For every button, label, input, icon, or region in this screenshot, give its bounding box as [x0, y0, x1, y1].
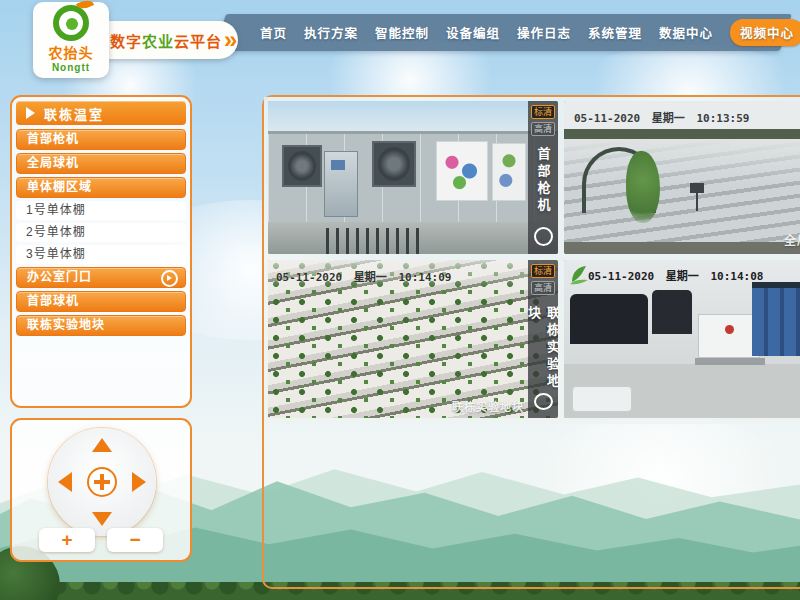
nav-item-smart-control[interactable]: 智能控制 [375, 23, 429, 42]
scene-vines [626, 151, 660, 223]
ptz-pad [48, 428, 156, 536]
scene-poster [492, 143, 526, 201]
logo-mark-icon [53, 5, 89, 41]
video-timestamp: 05-11-2020 星期一 10:13:59 [574, 109, 749, 125]
slogan-text: 数字农业云平台 [110, 30, 222, 51]
sidebar-header-greenhouse[interactable]: 联栋温室 [16, 101, 186, 125]
sidebar-item-experiment-plot[interactable]: 联栋实验地块 [16, 315, 186, 336]
scene-sky [268, 101, 558, 133]
sidebar-header-label: 联栋温室 [44, 104, 104, 123]
sidebar-item-shed-1[interactable]: 1号单体棚 [16, 201, 186, 220]
video-side-strip: 标清 高清 首部枪机 [528, 101, 558, 254]
ptz-up-button[interactable] [92, 438, 112, 452]
scene-soil [564, 242, 800, 254]
camera-list-panel: 联栋温室 首部枪机 全局球机 单体棚区域 1号单体棚 2号单体棚 3号单体棚 办… [10, 95, 192, 408]
sd-quality-badge[interactable]: 标清 [531, 105, 555, 119]
video-feed-experiment-plot[interactable]: 05-11-2020 星期一 10:14:09 联栋实验地块 标清 高清 联栋实… [268, 260, 558, 418]
video-timestamp: 05-11-2020 星期一 10:14:08 [588, 267, 763, 283]
scene-tank [652, 290, 692, 334]
scene-pump-units [752, 282, 800, 356]
scene-control-cabinet [324, 151, 358, 217]
scene-exhaust-fan [372, 141, 416, 187]
ptz-right-button[interactable] [132, 472, 146, 492]
zoom-out-button[interactable]: − [107, 528, 163, 552]
ptz-center-button[interactable] [87, 467, 117, 497]
scene-fertilizer-machine [698, 314, 760, 358]
sidebar-item-shed-2[interactable]: 2号单体棚 [16, 223, 186, 242]
sidebar-item-head-gun-camera[interactable]: 首部枪机 [16, 129, 186, 150]
record-circle-icon[interactable] [534, 393, 553, 410]
video-feed-fertilizer-station[interactable]: 05-11-2020 星期一 10:14:08 [564, 260, 800, 418]
sidebar-item-label: 1号单体棚 [26, 203, 86, 217]
slogan-part-3: 云平台 [174, 33, 222, 50]
slogan-part-2: 农业 [142, 33, 174, 50]
slogan-part-1: 数字 [110, 33, 142, 50]
sidebar-item-shed-3[interactable]: 3号单体棚 [16, 245, 186, 264]
ptz-down-button[interactable] [92, 512, 112, 526]
sd-quality-badge[interactable]: 标清 [531, 264, 555, 278]
scene-gate-railing [326, 228, 422, 254]
sidebar-item-label: 全局球机 [27, 156, 79, 170]
sidebar-item-global-dome-camera[interactable]: 全局球机 [16, 153, 186, 174]
brand-logo[interactable]: 农抬头 Nongtt [33, 2, 109, 78]
video-side-strip: 标清 高清 联栋实验地块 [528, 260, 558, 418]
nav-item-system-management[interactable]: 系统管理 [588, 23, 642, 42]
nav-row: 首页 执行方案 智能控制 设备编组 操作日志 系统管理 数据中心 视频中心 [220, 14, 786, 51]
record-circle-icon[interactable] [534, 227, 553, 246]
ptz-control-panel: + − [10, 418, 192, 562]
scene-tank [570, 294, 648, 344]
play-triangle-icon [26, 107, 35, 119]
sidebar-item-label: 单体棚区域 [27, 180, 92, 194]
video-grid-panel: 标清 高清 首部枪机 05-11-2020 星期一 10:13:59 全局球机 … [262, 95, 800, 589]
camera-name-label: 首部枪机 [534, 147, 553, 215]
video-feed-head-gun-camera[interactable]: 标清 高清 首部枪机 [268, 101, 558, 254]
camera-watermark: 全局球机 [784, 231, 800, 248]
ptz-zoom-row: + − [12, 528, 190, 552]
camera-watermark: 联栋实验地块 [452, 398, 524, 414]
hd-quality-badge[interactable]: 高清 [531, 122, 555, 136]
sidebar-item-label: 3号单体棚 [26, 247, 86, 261]
video-timestamp: 05-11-2020 星期一 10:14:09 [276, 268, 451, 284]
camera-name-label: 联栋实验地块 [524, 306, 558, 393]
sidebar-item-label: 2号单体棚 [26, 225, 86, 239]
sidebar-item-label: 首部枪机 [27, 132, 79, 146]
sidebar-item-label: 联栋实验地块 [27, 318, 105, 332]
nav-item-home[interactable]: 首页 [260, 23, 287, 42]
double-chevron-icon: » [224, 28, 237, 52]
nav-item-device-groups[interactable]: 设备编组 [446, 23, 500, 42]
play-circle-icon [161, 270, 178, 287]
scene-water-tub [572, 386, 632, 412]
top-navbar: 首页 执行方案 智能控制 设备编组 操作日志 系统管理 数据中心 视频中心 [214, 14, 792, 51]
video-feed-global-dome-camera[interactable]: 05-11-2020 星期一 10:13:59 全局球机 [564, 101, 800, 254]
brand-name: 农抬头 [49, 42, 94, 62]
ptz-left-button[interactable] [58, 472, 72, 492]
scene-exhaust-fan [282, 145, 322, 187]
video-scene [268, 101, 558, 254]
zoom-in-button[interactable]: + [39, 528, 95, 552]
sidebar-item-label: 首部球机 [27, 294, 79, 308]
slogan-banner: 数字农业云平台 » [96, 21, 238, 59]
scene-sign [690, 183, 704, 193]
scene-poster [436, 141, 488, 201]
video-scene [564, 260, 800, 418]
sidebar-item-label: 办公室门口 [27, 270, 92, 284]
nav-item-execution-plan[interactable]: 执行方案 [304, 23, 358, 42]
scene-tree-line [564, 129, 800, 139]
brand-latin-name: Nongtt [52, 62, 90, 73]
sidebar-item-office-entrance[interactable]: 办公室门口 [16, 267, 186, 288]
nav-item-operation-log[interactable]: 操作日志 [517, 23, 571, 42]
hd-quality-badge[interactable]: 高清 [531, 281, 555, 295]
sidebar-item-head-dome-camera[interactable]: 首部球机 [16, 291, 186, 312]
nav-item-data-center[interactable]: 数据中心 [659, 23, 713, 42]
sidebar-item-single-shed-area[interactable]: 单体棚区域 [16, 177, 186, 198]
nav-item-video-center[interactable]: 视频中心 [730, 19, 800, 46]
